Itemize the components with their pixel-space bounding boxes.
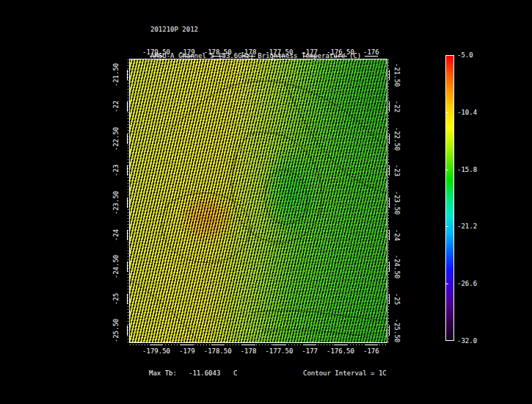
minor-ticks-left <box>128 59 128 342</box>
colorbar-tick-label: -10.4 <box>457 108 477 117</box>
max-tb-label: Max Tb: <box>149 369 177 378</box>
x-axis-top-tick <box>211 56 225 57</box>
y-axis-right-tick <box>389 198 390 208</box>
x-axis-bottom-label: -176.50 <box>327 347 354 356</box>
y-axis-right-label: -24 <box>393 228 401 240</box>
x-axis-bottom-label: -176 <box>363 347 379 356</box>
x-axis-bottom-label: -178.50 <box>204 347 232 356</box>
storm-id: 201210P 2012 <box>150 25 361 34</box>
colorbar-tick-label: -32.0 <box>457 336 477 345</box>
y-axis-right-label: -25.50 <box>393 319 401 343</box>
colorbar-gradient <box>445 55 454 341</box>
x-axis-top-tick <box>272 56 285 57</box>
colorbar-tick <box>446 226 448 227</box>
y-axis-right-label: -23.50 <box>393 191 401 215</box>
y-axis-right-tick <box>389 294 390 304</box>
x-axis-top-tick <box>365 56 378 57</box>
x-axis-bottom-label: -179.50 <box>142 347 170 356</box>
y-axis-right-label: -25 <box>393 292 401 304</box>
y-axis-left-label: -21.50 <box>112 63 120 87</box>
y-axis-right-tick <box>389 230 390 240</box>
colorbar-tick <box>446 284 448 284</box>
max-tb-value: -11.6043 <box>189 369 220 378</box>
x-axis-bottom-label: -179 <box>179 347 195 356</box>
minor-ticks-right <box>388 59 389 342</box>
x-axis-top-tick <box>181 56 194 57</box>
colorbar-tick-label: -5.0 <box>457 51 473 59</box>
x-axis-top-tick <box>242 56 255 57</box>
y-axis-right-tick <box>389 165 390 176</box>
y-axis-right-label: -21.50 <box>393 63 401 87</box>
y-axis-right-tick <box>389 101 390 112</box>
y-axis-right-label: -22.50 <box>393 127 401 151</box>
contour-interval-text: Contour Interval = 1C <box>303 369 387 378</box>
y-axis-right-tick <box>389 261 390 272</box>
y-axis-right-label: -24.50 <box>393 255 401 279</box>
x-axis-top-tick <box>334 56 347 57</box>
y-axis-left-label: -24 <box>112 228 120 240</box>
x-axis-bottom-label: -177.50 <box>265 347 293 356</box>
colorbar-tick-label: -26.6 <box>457 279 477 288</box>
y-axis-right-tick <box>389 70 390 80</box>
y-axis-left-label: -25.50 <box>112 319 120 343</box>
x-axis-bottom-label: -178 <box>241 347 257 356</box>
colorbar-tick-label: -15.8 <box>457 165 477 174</box>
map-plot: -179.50-179-178.50-178-177.50-177-176.50… <box>129 59 387 343</box>
y-axis-left-label: -22 <box>112 101 120 112</box>
colorbar-tick <box>446 170 448 170</box>
y-axis-left-label: -25 <box>112 292 120 304</box>
y-axis-right-label: -23 <box>393 165 401 176</box>
x-axis-top-tick <box>150 56 163 57</box>
y-axis-left-label: -23.50 <box>112 191 120 215</box>
colorbar-tick <box>446 112 448 113</box>
max-tb-unit: C <box>233 369 237 378</box>
y-axis-right-label: -22 <box>393 101 401 112</box>
x-axis-top-tick <box>303 56 316 57</box>
colorbar: -5.0-10.4-15.8-21.2-26.6-32.0 <box>445 55 454 341</box>
y-axis-right-tick <box>389 325 390 336</box>
minor-ticks-bottom <box>130 345 387 345</box>
y-axis-left-label: -24.50 <box>112 255 120 279</box>
colorbar-tick-label: -21.2 <box>457 222 477 231</box>
y-axis-right-tick <box>389 134 390 144</box>
y-axis-left-label: -23 <box>112 165 120 176</box>
y-axis-left-label: -22.50 <box>112 127 120 151</box>
contour-lines <box>130 59 387 342</box>
amsu-plot-window: 201210P 2012 AMSU-A Channel 5 (53.6GHz) … <box>0 0 532 404</box>
x-axis-bottom-label: -177 <box>302 347 318 356</box>
